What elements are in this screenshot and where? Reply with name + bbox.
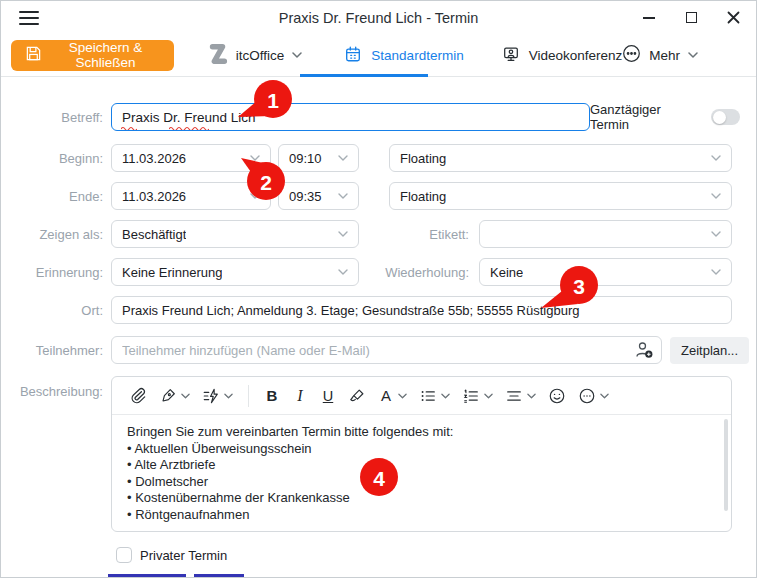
maximize-icon[interactable] bbox=[684, 11, 698, 25]
subject-label: Betreff: bbox=[1, 110, 103, 125]
chevron-down-icon bbox=[292, 52, 302, 58]
chevron-down-icon bbox=[338, 231, 348, 237]
background-window-artifact bbox=[108, 574, 186, 577]
attendees-label: Teilnehmer: bbox=[1, 343, 103, 358]
calendar-icon bbox=[344, 45, 362, 66]
account-label: itcOffice bbox=[236, 48, 285, 63]
end-timezone-select[interactable]: Floating bbox=[389, 182, 732, 210]
list-item: Aktuellen Überweisungsschein bbox=[127, 441, 716, 458]
active-tab-indicator bbox=[300, 74, 428, 77]
quick-text-icon[interactable] bbox=[199, 385, 236, 407]
video-conference-icon bbox=[502, 45, 520, 66]
chevron-down-icon bbox=[711, 193, 721, 199]
tag-label: Etikett: bbox=[359, 227, 469, 242]
align-icon[interactable] bbox=[502, 385, 539, 407]
description-content[interactable]: Bringen Sie zum vereinbarten Termin bitt… bbox=[112, 415, 731, 532]
more-label: Mehr bbox=[649, 48, 680, 63]
schedule-button[interactable]: Zeitplan... bbox=[670, 337, 749, 364]
numbered-list-icon[interactable] bbox=[459, 385, 496, 407]
list-item: Röntgenaufnahmen bbox=[127, 507, 716, 524]
main-toolbar: Speichern & Schließen itcOffice Standard… bbox=[1, 34, 756, 77]
save-close-label: Speichern & Schließen bbox=[51, 40, 160, 70]
background-window-artifact bbox=[194, 574, 244, 577]
end-date-select[interactable]: 11.03.2026 bbox=[111, 182, 271, 210]
attach-icon[interactable] bbox=[126, 385, 150, 407]
chevron-down-icon bbox=[688, 52, 698, 58]
editor-toolbar: B I U A bbox=[112, 377, 731, 415]
location-input[interactable] bbox=[111, 296, 732, 324]
more-button[interactable]: Mehr bbox=[622, 44, 698, 66]
appointment-window: Praxis Dr. Freund Lich - Termin Speicher… bbox=[0, 0, 757, 578]
allday-toggle[interactable] bbox=[711, 109, 740, 125]
chevron-down-icon bbox=[338, 193, 348, 199]
list-item: Dolmetscher bbox=[127, 474, 716, 491]
chevron-down-icon bbox=[711, 269, 721, 275]
underline-icon[interactable]: U bbox=[317, 386, 339, 406]
minimize-icon[interactable] bbox=[642, 11, 656, 25]
start-label: Beginn: bbox=[1, 151, 103, 166]
allday-label: Ganztägiger Termin bbox=[590, 102, 702, 132]
reminder-select[interactable]: Keine Erinnerung bbox=[111, 258, 359, 286]
tag-select[interactable] bbox=[479, 220, 732, 248]
close-icon[interactable] bbox=[726, 11, 740, 25]
description-label: Beschreibung: bbox=[1, 384, 103, 399]
end-label: Ende: bbox=[1, 189, 103, 204]
attendees-input[interactable] bbox=[111, 336, 662, 364]
recurrence-label: Wiederholung: bbox=[359, 265, 469, 280]
chevron-down-icon bbox=[181, 393, 190, 399]
window-title: Praxis Dr. Freund Lich - Termin bbox=[279, 10, 479, 26]
itcoffice-logo-icon bbox=[208, 42, 228, 69]
tab-standardtermin-label: Standardtermin bbox=[371, 48, 463, 63]
end-time-select[interactable]: 09:35 bbox=[278, 182, 359, 210]
tab-videokonferenz[interactable]: Videokonferenz bbox=[502, 45, 623, 66]
chevron-down-icon bbox=[441, 393, 450, 399]
chevron-down-icon bbox=[250, 193, 260, 199]
bold-icon[interactable]: B bbox=[261, 385, 283, 406]
start-date-select[interactable]: 11.03.2026 bbox=[111, 144, 271, 172]
location-label: Ort: bbox=[1, 303, 103, 318]
chevron-down-icon bbox=[711, 231, 721, 237]
clear-format-brush-icon[interactable] bbox=[345, 385, 369, 407]
private-checkbox[interactable] bbox=[116, 547, 132, 563]
toolbar-divider bbox=[248, 385, 249, 407]
font-color-icon[interactable]: A bbox=[375, 385, 410, 406]
italic-icon[interactable]: I bbox=[289, 385, 311, 407]
list-item: Alte Arztbriefe bbox=[127, 457, 716, 474]
account-selector[interactable]: itcOffice bbox=[208, 42, 303, 69]
add-person-icon[interactable] bbox=[634, 340, 654, 364]
chevron-down-icon bbox=[527, 393, 536, 399]
chevron-down-icon bbox=[600, 393, 609, 399]
recurrence-select[interactable]: Keine bbox=[479, 258, 732, 286]
save-close-button[interactable]: Speichern & Schließen bbox=[11, 40, 174, 71]
tab-standardtermin[interactable]: Standardtermin bbox=[344, 45, 463, 66]
menu-icon[interactable] bbox=[19, 11, 39, 25]
show-as-label: Zeigen als: bbox=[1, 227, 103, 242]
description-editor[interactable]: B I U A bbox=[111, 376, 732, 532]
appointment-form: Betreff: Ganztägiger Termin Beginn: 11.0… bbox=[1, 77, 756, 563]
bullet-list-icon[interactable] bbox=[416, 385, 453, 407]
save-icon bbox=[25, 45, 42, 65]
description-intro: Bringen Sie zum vereinbarten Termin bitt… bbox=[127, 424, 716, 441]
start-timezone-select[interactable]: Floating bbox=[389, 144, 732, 172]
signature-pen-icon[interactable] bbox=[156, 385, 193, 407]
title-bar: Praxis Dr. Freund Lich - Termin bbox=[1, 1, 756, 34]
chevron-down-icon bbox=[338, 155, 348, 161]
chevron-down-icon bbox=[398, 393, 407, 399]
emoji-icon[interactable] bbox=[545, 385, 569, 407]
chevron-down-icon bbox=[250, 155, 260, 161]
show-as-select[interactable]: Beschäftigt bbox=[111, 220, 359, 248]
editor-more-icon[interactable] bbox=[575, 385, 612, 407]
chevron-down-icon bbox=[484, 393, 493, 399]
list-item: Kostenübernahme der Krankenkasse bbox=[127, 490, 716, 507]
chevron-down-icon bbox=[224, 393, 233, 399]
start-time-select[interactable]: 09:10 bbox=[278, 144, 359, 172]
private-label: Privater Termin bbox=[140, 548, 227, 563]
more-ellipsis-icon bbox=[622, 44, 641, 66]
reminder-label: Erinnerung: bbox=[1, 265, 103, 280]
subject-input[interactable] bbox=[111, 103, 590, 131]
editor-scrollbar[interactable] bbox=[724, 419, 728, 511]
chevron-down-icon bbox=[338, 269, 348, 275]
tab-videokonferenz-label: Videokonferenz bbox=[529, 48, 623, 63]
chevron-down-icon bbox=[711, 155, 721, 161]
